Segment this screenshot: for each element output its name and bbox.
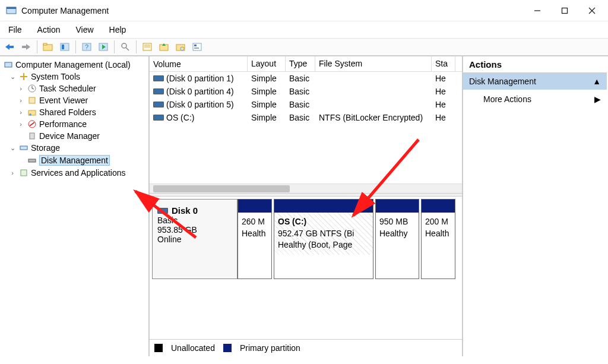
toolbar-find-icon[interactable]: [118, 40, 132, 53]
toolbar: ?: [0, 39, 608, 56]
forward-button[interactable]: [19, 40, 33, 53]
volume-fs: [315, 103, 432, 106]
tree-event-viewer[interactable]: Event Viewer: [39, 96, 88, 105]
back-button[interactable]: [2, 40, 17, 53]
volume-type: Basic: [286, 112, 315, 124]
col-layout[interactable]: Layout: [248, 56, 286, 71]
storage-icon: [19, 143, 28, 153]
expand-icon[interactable]: ›: [17, 85, 25, 92]
partition-size: 200 M: [425, 217, 448, 226]
volume-type: Basic: [286, 99, 315, 110]
expand-icon[interactable]: ›: [8, 169, 17, 176]
partition-size: 950 MB: [379, 217, 408, 226]
legend-unallocated: Unallocated: [171, 343, 215, 353]
menu-action[interactable]: Action: [36, 24, 62, 36]
tree-task-scheduler[interactable]: Task Scheduler: [39, 84, 96, 93]
volume-fs: [315, 90, 432, 93]
svg-point-38: [29, 113, 31, 116]
toolbar-properties-icon[interactable]: [58, 40, 72, 53]
toolbar-list-icon[interactable]: [140, 40, 154, 53]
partition[interactable]: 200 MHealth: [421, 199, 455, 279]
partition[interactable]: 260 MHealth: [238, 199, 272, 279]
menu-view[interactable]: View: [74, 24, 94, 36]
partition-bar: [422, 200, 455, 213]
actions-accordion-label: Disk Management: [469, 77, 536, 86]
svg-rect-7: [10, 46, 14, 48]
svg-rect-1: [7, 7, 16, 9]
svg-rect-41: [30, 133, 34, 139]
actions-more[interactable]: More Actions ▶: [463, 90, 607, 109]
volume-icon: [153, 102, 164, 107]
disk-icon: [157, 208, 168, 214]
svg-rect-3: [562, 8, 568, 13]
toolbar-help-icon[interactable]: ?: [80, 40, 94, 53]
expand-triangle-icon: ▶: [594, 94, 601, 104]
svg-rect-30: [5, 62, 12, 67]
toolbar-folder-icon[interactable]: [41, 40, 55, 53]
toolbar-search-folder-icon[interactable]: [173, 40, 188, 53]
col-filesystem[interactable]: File System: [315, 56, 432, 71]
tree-storage[interactable]: Storage: [31, 143, 60, 153]
tree-disk-management[interactable]: Disk Management: [39, 155, 110, 166]
svg-rect-29: [194, 48, 199, 49]
swatch-unallocated: [154, 344, 163, 352]
tree-performance[interactable]: Performance: [39, 119, 87, 129]
tree-root[interactable]: Computer Management (Local): [15, 60, 131, 69]
toolbar-up-icon[interactable]: [157, 40, 171, 53]
partition-bar: [376, 200, 419, 213]
volume-row[interactable]: OS (C:)SimpleBasicNTFS (BitLocker Encryp…: [150, 111, 462, 124]
svg-rect-44: [21, 170, 27, 176]
partition[interactable]: OS (C:)952.47 GB NTFS (BiHealthy (Boot, …: [274, 199, 373, 279]
services-icon: [19, 168, 28, 178]
actions-accordion[interactable]: Disk Management ▲: [463, 73, 607, 90]
svg-rect-9: [22, 46, 26, 48]
col-volume[interactable]: Volume: [150, 56, 248, 71]
partition-status: Healthy: [379, 229, 407, 238]
partition-size: 260 M: [242, 217, 265, 226]
app-icon: [6, 5, 17, 16]
volume-header: Volume Layout Type File System Sta: [150, 56, 462, 72]
expand-icon[interactable]: ›: [17, 121, 25, 128]
swatch-primary: [223, 344, 232, 352]
tree-services[interactable]: Services and Applications: [31, 168, 126, 178]
partition[interactable]: 950 MBHealthy: [375, 199, 419, 279]
volume-icon: [153, 88, 164, 94]
toolbar-play-icon[interactable]: [96, 40, 110, 53]
expand-icon[interactable]: ›: [17, 97, 25, 104]
volume-status: He: [432, 72, 455, 84]
volume-name: (Disk 0 partition 1): [166, 74, 234, 83]
volume-fs: NTFS (BitLocker Encrypted): [315, 112, 432, 124]
tree-shared-folders[interactable]: Shared Folders: [39, 107, 96, 117]
volume-row[interactable]: (Disk 0 partition 5)SimpleBasicHe: [150, 98, 462, 111]
horizontal-scrollbar[interactable]: [150, 183, 462, 193]
volume-row[interactable]: (Disk 0 partition 1)SimpleBasicHe: [150, 72, 462, 85]
svg-rect-42: [20, 146, 27, 150]
device-manager-icon: [27, 131, 37, 141]
maximize-button[interactable]: [551, 1, 578, 20]
menu-help[interactable]: Help: [108, 24, 128, 36]
expand-icon[interactable]: ›: [17, 109, 25, 116]
actions-header: Actions: [463, 56, 607, 73]
volume-list[interactable]: (Disk 0 partition 1)SimpleBasicHe(Disk 0…: [150, 72, 462, 124]
volume-name: (Disk 0 partition 4): [166, 87, 234, 96]
disk-name: Disk 0: [172, 205, 198, 216]
partition-status: Health: [242, 229, 265, 238]
disk-status: Online: [157, 235, 232, 244]
close-button[interactable]: [578, 1, 606, 20]
svg-rect-32: [20, 76, 27, 77]
disk-kind: Basic: [157, 216, 232, 225]
col-type[interactable]: Type: [286, 56, 315, 71]
menu-file[interactable]: File: [7, 24, 23, 36]
volume-row[interactable]: (Disk 0 partition 4)SimpleBasicHe: [150, 85, 462, 98]
navigation-tree[interactable]: Computer Management (Local) ⌄ System Too…: [0, 56, 150, 356]
tree-device-manager[interactable]: Device Manager: [39, 131, 100, 141]
col-status[interactable]: Sta: [432, 56, 455, 71]
volume-name: OS (C:): [166, 113, 194, 122]
minimize-button[interactable]: [524, 1, 551, 20]
disk-info[interactable]: Disk 0 Basic 953.85 GB Online: [152, 199, 238, 279]
collapse-icon[interactable]: ⌄: [8, 144, 17, 152]
partition-bar: [274, 200, 373, 213]
collapse-icon[interactable]: ⌄: [8, 73, 17, 81]
toolbar-actions-icon[interactable]: [190, 40, 204, 53]
tree-system-tools[interactable]: System Tools: [31, 72, 80, 81]
